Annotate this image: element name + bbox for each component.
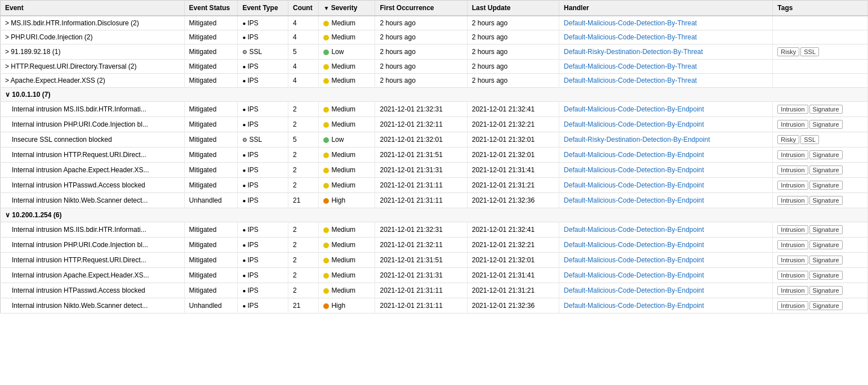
cell-last-update: 2021-12-01 21:32:21 bbox=[467, 238, 559, 253]
handler-link[interactable]: Default-Malicious-Code-Detection-By-Endp… bbox=[564, 241, 704, 249]
type-icon: ● bbox=[242, 288, 246, 294]
cell-handler[interactable]: Default-Malicious-Code-Detection-By-Endp… bbox=[559, 117, 773, 132]
cell-handler[interactable]: Default-Malicious-Code-Detection-By-Endp… bbox=[559, 268, 773, 283]
table-row[interactable]: Internal intrusion HTPasswd.Access block… bbox=[1, 178, 868, 193]
tag-badge[interactable]: Signature bbox=[809, 271, 843, 280]
cell-tags: IntrusionSignature bbox=[773, 253, 868, 268]
handler-link[interactable]: Default-Malicious-Code-Detection-By-Endp… bbox=[564, 181, 704, 189]
cell-handler[interactable]: Default-Risky-Destination-Detection-By-T… bbox=[559, 44, 773, 60]
table-row[interactable]: > Apache.Expect.Header.XSS (2)Mitigated●… bbox=[1, 74, 868, 88]
col-type[interactable]: Event Type bbox=[238, 1, 288, 16]
col-last-update[interactable]: Last Update bbox=[467, 1, 559, 16]
cell-handler[interactable]: Default-Malicious-Code-Detection-By-Thre… bbox=[559, 30, 773, 44]
tag-badge[interactable]: Signature bbox=[809, 150, 843, 159]
type-icon: ● bbox=[242, 122, 246, 128]
tag-badge[interactable]: Intrusion bbox=[777, 150, 808, 159]
table-row[interactable]: Internal intrusion MS.IIS.bdir.HTR.Infor… bbox=[1, 222, 868, 238]
handler-link[interactable]: Default-Malicious-Code-Detection-By-Endp… bbox=[564, 151, 704, 159]
tag-badge[interactable]: Intrusion bbox=[777, 256, 808, 265]
tag-badge[interactable]: Intrusion bbox=[777, 120, 808, 129]
tag-badge[interactable]: Intrusion bbox=[777, 165, 808, 174]
cell-last-update: 2 hours ago bbox=[467, 74, 559, 88]
tag-badge[interactable]: Signature bbox=[809, 286, 843, 295]
handler-link[interactable]: Default-Malicious-Code-Detection-By-Endp… bbox=[564, 256, 704, 264]
tag-badge[interactable]: Intrusion bbox=[777, 196, 808, 205]
table-row[interactable]: Internal intrusion Nikto.Web.Scanner det… bbox=[1, 193, 868, 208]
group-header[interactable]: ∨ 10.0.1.10 (7) bbox=[1, 88, 868, 102]
tag-badge[interactable]: Risky bbox=[777, 135, 799, 144]
handler-link[interactable]: Default-Malicious-Code-Detection-By-Endp… bbox=[564, 120, 704, 128]
handler-link[interactable]: Default-Malicious-Code-Detection-By-Endp… bbox=[564, 302, 704, 310]
handler-link[interactable]: Default-Malicious-Code-Detection-By-Endp… bbox=[564, 286, 704, 294]
handler-link[interactable]: Default-Malicious-Code-Detection-By-Endp… bbox=[564, 166, 704, 174]
col-event[interactable]: Event bbox=[1, 1, 185, 16]
handler-link[interactable]: Default-Risky-Destination-Detection-By-T… bbox=[564, 48, 703, 56]
cell-handler[interactable]: Default-Malicious-Code-Detection-By-Endp… bbox=[559, 298, 773, 314]
handler-link[interactable]: Default-Malicious-Code-Detection-By-Endp… bbox=[564, 226, 704, 234]
tag-badge[interactable]: Risky bbox=[777, 47, 799, 56]
cell-handler[interactable]: Default-Malicious-Code-Detection-By-Endp… bbox=[559, 283, 773, 298]
tag-badge[interactable]: Signature bbox=[809, 240, 843, 249]
col-status[interactable]: Event Status bbox=[184, 1, 238, 16]
table-row[interactable]: Internal intrusion PHP.URI.Code.Injectio… bbox=[1, 238, 868, 253]
table-row[interactable]: Internal intrusion HTTP.Request.URI.Dire… bbox=[1, 253, 868, 268]
table-row[interactable]: Insecure SSL connection blockedMitigated… bbox=[1, 132, 868, 147]
tag-badge[interactable]: Intrusion bbox=[777, 225, 808, 234]
table-row[interactable]: > 91.189.92.18 (1)Mitigated⚙SSL5Low2 hou… bbox=[1, 44, 868, 60]
handler-link[interactable]: Default-Malicious-Code-Detection-By-Endp… bbox=[564, 105, 704, 113]
table-row[interactable]: Internal intrusion Apache.Expect.Header.… bbox=[1, 268, 868, 283]
table-row[interactable]: Internal intrusion Apache.Expect.Header.… bbox=[1, 163, 868, 178]
handler-link[interactable]: Default-Malicious-Code-Detection-By-Endp… bbox=[564, 196, 704, 204]
handler-link[interactable]: Default-Malicious-Code-Detection-By-Thre… bbox=[564, 19, 697, 27]
tag-badge[interactable]: Signature bbox=[809, 120, 843, 129]
tag-badge[interactable]: Signature bbox=[809, 181, 843, 190]
tag-badge[interactable]: Intrusion bbox=[777, 271, 808, 280]
col-handler[interactable]: Handler bbox=[559, 1, 773, 16]
cell-handler[interactable]: Default-Malicious-Code-Detection-By-Endp… bbox=[559, 102, 773, 117]
cell-handler[interactable]: Default-Malicious-Code-Detection-By-Endp… bbox=[559, 253, 773, 268]
cell-handler[interactable]: Default-Malicious-Code-Detection-By-Endp… bbox=[559, 238, 773, 253]
tag-badge[interactable]: Signature bbox=[809, 301, 843, 310]
cell-handler[interactable]: Default-Malicious-Code-Detection-By-Endp… bbox=[559, 178, 773, 193]
tag-badge[interactable]: SSL bbox=[800, 135, 819, 144]
tag-badge[interactable]: Intrusion bbox=[777, 181, 808, 190]
tag-badge[interactable]: Intrusion bbox=[777, 240, 808, 249]
table-row[interactable]: Internal intrusion MS.IIS.bdir.HTR.Infor… bbox=[1, 102, 868, 117]
handler-link[interactable]: Default-Malicious-Code-Detection-By-Endp… bbox=[564, 271, 704, 279]
tag-badge[interactable]: Intrusion bbox=[777, 301, 808, 310]
table-row[interactable]: Internal intrusion HTTP.Request.URI.Dire… bbox=[1, 147, 868, 163]
table-row[interactable]: Internal intrusion PHP.URI.Code.Injectio… bbox=[1, 117, 868, 132]
cell-handler[interactable]: Default-Malicious-Code-Detection-By-Thre… bbox=[559, 16, 773, 30]
handler-link[interactable]: Default-Malicious-Code-Detection-By-Thre… bbox=[564, 33, 697, 41]
cell-handler[interactable]: Default-Malicious-Code-Detection-By-Endp… bbox=[559, 147, 773, 163]
handler-link[interactable]: Default-Risky-Destination-Detection-By-E… bbox=[564, 136, 710, 144]
tag-badge[interactable]: Signature bbox=[809, 225, 843, 234]
tag-badge[interactable]: Signature bbox=[809, 165, 843, 174]
cell-handler[interactable]: Default-Malicious-Code-Detection-By-Thre… bbox=[559, 74, 773, 88]
cell-event: Internal intrusion HTPasswd.Access block… bbox=[1, 178, 185, 193]
col-count[interactable]: Count bbox=[288, 1, 318, 16]
cell-handler[interactable]: Default-Malicious-Code-Detection-By-Thre… bbox=[559, 60, 773, 74]
tag-badge[interactable]: Intrusion bbox=[777, 286, 808, 295]
tag-badge[interactable]: SSL bbox=[800, 47, 819, 56]
severity-dot bbox=[323, 21, 329, 26]
handler-link[interactable]: Default-Malicious-Code-Detection-By-Thre… bbox=[564, 77, 697, 84]
col-first-occurrence[interactable]: First Occurrence bbox=[375, 1, 467, 16]
cell-handler[interactable]: Default-Malicious-Code-Detection-By-Endp… bbox=[559, 222, 773, 238]
table-row[interactable]: Internal intrusion Nikto.Web.Scanner det… bbox=[1, 298, 868, 314]
table-row[interactable]: > HTTP.Request.URI.Directory.Traversal (… bbox=[1, 60, 868, 74]
table-row[interactable]: Internal intrusion HTPasswd.Access block… bbox=[1, 283, 868, 298]
tag-badge[interactable]: Signature bbox=[809, 196, 843, 205]
col-severity[interactable]: ▼ Severity bbox=[319, 1, 375, 16]
group-header[interactable]: ∨ 10.200.1.254 (6) bbox=[1, 208, 868, 222]
cell-handler[interactable]: Default-Malicious-Code-Detection-By-Endp… bbox=[559, 163, 773, 178]
table-row[interactable]: > MS.IIS.bdir.HTR.Information.Disclosure… bbox=[1, 16, 868, 30]
col-tags[interactable]: Tags bbox=[773, 1, 868, 16]
table-row[interactable]: > PHP.URI.Code.Injection (2)Mitigated●IP… bbox=[1, 30, 868, 44]
cell-handler[interactable]: Default-Risky-Destination-Detection-By-E… bbox=[559, 132, 773, 147]
cell-handler[interactable]: Default-Malicious-Code-Detection-By-Endp… bbox=[559, 193, 773, 208]
tag-badge[interactable]: Signature bbox=[809, 256, 843, 265]
tag-badge[interactable]: Signature bbox=[809, 105, 843, 114]
handler-link[interactable]: Default-Malicious-Code-Detection-By-Thre… bbox=[564, 62, 697, 70]
tag-badge[interactable]: Intrusion bbox=[777, 105, 808, 114]
